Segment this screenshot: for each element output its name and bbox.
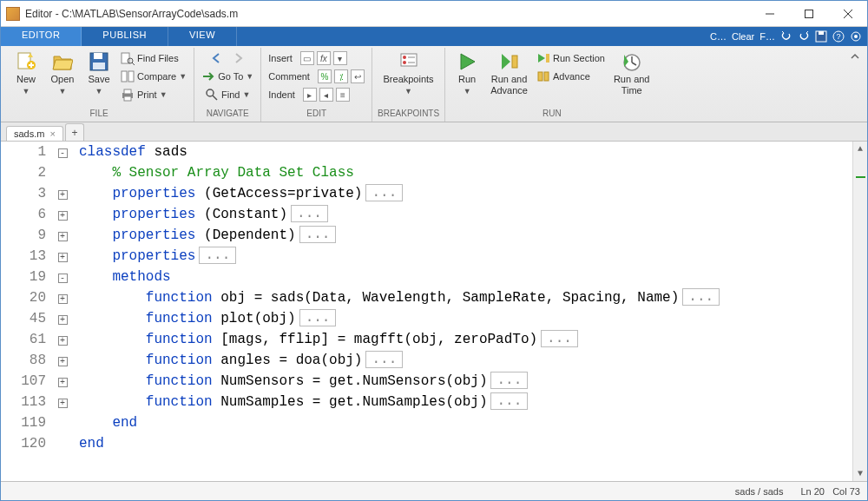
maximize-button[interactable]: [789, 1, 828, 26]
insert-label: Insert: [268, 53, 293, 63]
print-button[interactable]: Print ▼: [119, 86, 188, 103]
save-button[interactable]: Save▼: [82, 49, 115, 97]
help-icon[interactable]: ?: [832, 30, 845, 43]
scroll-up-icon[interactable]: ▲: [853, 142, 867, 156]
compare-button[interactable]: Compare ▼: [119, 68, 188, 85]
back-icon[interactable]: [210, 52, 224, 64]
fold-expand-icon[interactable]: +: [58, 232, 68, 241]
insert-row[interactable]: Insert ▭ fx ▾: [266, 49, 366, 67]
code-line[interactable]: function [mags, fflip] = magfft(obj, zer…: [79, 329, 852, 350]
tab-view[interactable]: VIEW: [168, 27, 237, 46]
nav-arrows[interactable]: [208, 49, 247, 67]
line-number: 119: [1, 412, 46, 433]
fold-expand-icon[interactable]: +: [58, 336, 68, 346]
window-title: Editor - C:\MATLAB\SensorArrayCode\sads.…: [25, 8, 750, 20]
fold-collapse-icon[interactable]: -: [58, 148, 68, 158]
line-number: 2: [1, 162, 46, 183]
quick-access-clear[interactable]: Clear: [732, 31, 754, 42]
breakpoints-button[interactable]: Breakpoints▼: [380, 49, 437, 97]
group-file-label: FILE: [10, 109, 188, 120]
indent-row[interactable]: Indent ▸ ◂ ≡: [266, 86, 366, 103]
line-number: 20: [1, 287, 46, 308]
add-tab-button[interactable]: +: [65, 123, 84, 141]
code-line[interactable]: properties...: [79, 246, 852, 267]
quick-access-f[interactable]: F…: [760, 31, 775, 42]
code-line[interactable]: function NumSensors = get.NumSensors(obj…: [79, 371, 852, 392]
comment-remove-icon[interactable]: ⁒: [334, 69, 348, 83]
code-line[interactable]: function plot(obj)...: [79, 308, 852, 329]
group-file: New▼ Open▼ Save▼ Find Files Compare ▼: [4, 48, 194, 122]
run-time-button[interactable]: Run and Time: [610, 49, 654, 97]
minimize-button[interactable]: [750, 1, 789, 26]
tab-editor[interactable]: EDITOR: [1, 27, 82, 46]
fold-expand-icon[interactable]: +: [58, 211, 68, 221]
run-advance-button[interactable]: Run and Advance: [487, 49, 531, 97]
status-bar: sads / sads Ln 20 Col 73: [1, 481, 867, 500]
code-line[interactable]: function angles = doa(obj)...: [79, 350, 852, 371]
insert-more-icon[interactable]: ▾: [333, 51, 347, 65]
code-line[interactable]: end: [79, 433, 852, 454]
close-icon[interactable]: ×: [49, 129, 55, 139]
advance-button[interactable]: Advance: [535, 68, 607, 85]
group-edit-label: EDIT: [266, 109, 366, 120]
code-line[interactable]: % Sensor Array Data Set Class: [79, 162, 852, 183]
goto-button[interactable]: Go To ▼: [200, 68, 255, 85]
fold-expand-icon[interactable]: +: [58, 190, 68, 200]
indent-left-icon[interactable]: ◂: [319, 88, 333, 102]
code-line[interactable]: function obj = sads(Data, Wavelength, Sa…: [79, 287, 852, 308]
new-label: New: [16, 74, 36, 84]
svg-rect-1: [805, 10, 812, 17]
fold-expand-icon[interactable]: +: [58, 253, 68, 262]
scroll-down-icon[interactable]: ▼: [853, 466, 867, 481]
print-icon: [121, 88, 135, 102]
code-line[interactable]: methods: [79, 267, 852, 287]
new-button[interactable]: New▼: [10, 49, 43, 97]
line-number: 13: [1, 246, 46, 267]
line-number: 3: [1, 183, 46, 204]
forward-icon[interactable]: [231, 52, 245, 64]
open-button[interactable]: Open▼: [46, 49, 79, 97]
comment-add-icon[interactable]: %: [318, 69, 332, 83]
find-files-button[interactable]: Find Files: [119, 49, 188, 67]
print-label: Print: [137, 89, 157, 100]
comment-row[interactable]: Comment % ⁒ ↩: [266, 68, 366, 85]
undo-icon[interactable]: [780, 30, 792, 43]
svg-rect-33: [544, 72, 549, 81]
run-label: Run: [458, 74, 476, 84]
code-area[interactable]: classdef sads % Sensor Array Data Set Cl…: [72, 142, 852, 481]
target-icon[interactable]: [850, 30, 862, 43]
quick-access-c[interactable]: C…: [710, 31, 727, 42]
code-line[interactable]: function NumSamples = get.NumSamples(obj…: [79, 392, 852, 412]
save-icon[interactable]: [815, 30, 827, 43]
fold-collapse-icon[interactable]: -: [58, 274, 68, 283]
fold-expand-icon[interactable]: +: [58, 315, 68, 325]
fold-expand-icon[interactable]: +: [58, 399, 68, 408]
close-button[interactable]: [828, 1, 867, 26]
comment-wrap-icon[interactable]: ↩: [351, 69, 365, 83]
code-line[interactable]: properties (GetAccess=private)...: [79, 183, 852, 204]
indent-auto-icon[interactable]: ≡: [336, 88, 350, 102]
find-button[interactable]: Find ▼: [203, 86, 252, 103]
indent-right-icon[interactable]: ▸: [303, 88, 317, 102]
code-line[interactable]: end: [79, 412, 852, 433]
redo-icon[interactable]: [798, 30, 810, 43]
group-navigate-label: NAVIGATE: [200, 109, 255, 120]
run-button[interactable]: Run▼: [450, 49, 483, 97]
code-line[interactable]: properties (Dependent)...: [79, 225, 852, 246]
fold-column[interactable]: -++++-++++++: [53, 142, 72, 481]
find-files-icon: [121, 51, 135, 65]
run-section-button[interactable]: Run Section: [535, 49, 607, 67]
fold-expand-icon[interactable]: +: [58, 294, 68, 304]
vertical-scrollbar[interactable]: ▲ ▼: [852, 142, 867, 481]
file-tab-sads[interactable]: sads.m ×: [6, 126, 63, 141]
insert-section-icon[interactable]: ▭: [300, 51, 314, 65]
insert-fx-icon[interactable]: fx: [317, 51, 331, 65]
code-line[interactable]: properties (Constant)...: [79, 204, 852, 225]
fold-expand-icon[interactable]: +: [58, 357, 68, 366]
file-tabs: sads.m × +: [1, 122, 867, 142]
tab-publish[interactable]: PUBLISH: [82, 27, 168, 46]
code-line[interactable]: classdef sads: [79, 142, 852, 162]
line-number: 19: [1, 267, 46, 287]
fold-expand-icon[interactable]: +: [58, 378, 68, 387]
collapse-ribbon[interactable]: [846, 48, 864, 122]
